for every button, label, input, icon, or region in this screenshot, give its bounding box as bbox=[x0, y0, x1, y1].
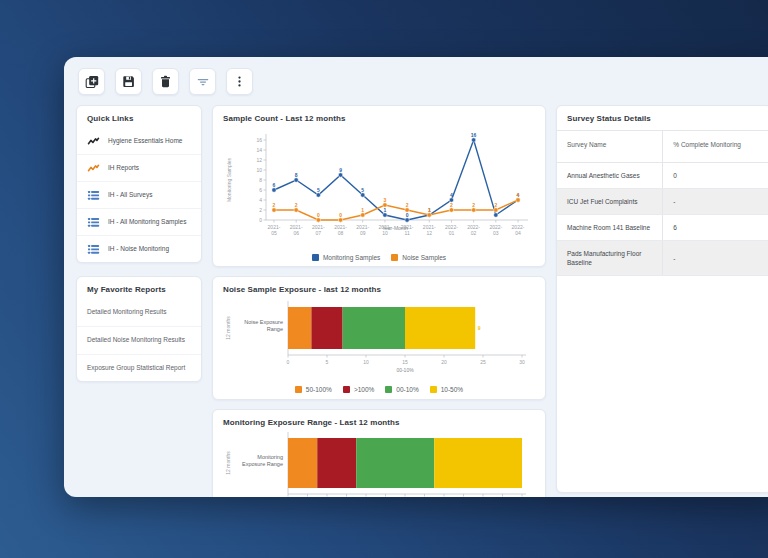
svg-text:16: 16 bbox=[256, 137, 262, 143]
add-icon bbox=[85, 75, 99, 89]
survey-row[interactable]: Pads Manufacturing Floor Baseline- bbox=[557, 241, 768, 276]
monitoring-exposure-panel: Monitoring Exposure Range - Last 12 mont… bbox=[212, 409, 546, 497]
more-button[interactable] bbox=[226, 68, 253, 95]
svg-text:5: 5 bbox=[317, 187, 320, 193]
svg-text:8: 8 bbox=[259, 177, 262, 183]
legend-swatch-icon bbox=[312, 254, 319, 261]
favorite-report-item[interactable]: Exposure Group Statistical Report bbox=[77, 354, 201, 382]
legend-item[interactable]: Monitoring Samples bbox=[312, 254, 380, 261]
favorite-report-label: Detailed Monitoring Results bbox=[87, 308, 166, 315]
survey-column-header: Survey Name bbox=[557, 131, 663, 163]
legend-item[interactable]: 50-100% bbox=[295, 386, 332, 393]
survey-cell: ICU Jet Fuel Complaints bbox=[557, 189, 663, 215]
survey-cell: - bbox=[663, 189, 768, 215]
more-icon bbox=[233, 75, 246, 88]
legend-item[interactable]: >100% bbox=[343, 386, 374, 393]
svg-text:01: 01 bbox=[449, 230, 455, 236]
delete-button[interactable] bbox=[152, 68, 179, 95]
trend-dark-icon bbox=[87, 135, 100, 147]
legend-label: Noise Samples bbox=[402, 254, 446, 261]
svg-text:0: 0 bbox=[287, 359, 290, 365]
add-button[interactable] bbox=[78, 68, 105, 95]
legend-label: 10-50% bbox=[441, 386, 463, 393]
list-icon bbox=[87, 243, 100, 255]
quick-link-item[interactable]: IH - All Monitoring Samples bbox=[77, 208, 201, 235]
noise-exposure-chart[interactable]: 05101520253000-10%Noise ExposureRange12 … bbox=[213, 299, 545, 380]
sample-count-chart[interactable]: 02468101214162021-052021-062021-072021-0… bbox=[213, 128, 545, 254]
svg-text:03: 03 bbox=[493, 230, 499, 236]
axes: 02468101214162021-052021-062021-072021-0… bbox=[226, 134, 528, 236]
save-icon bbox=[122, 75, 135, 88]
svg-text:2: 2 bbox=[295, 202, 298, 208]
trend-orange-icon bbox=[87, 162, 100, 174]
survey-status-table: Survey Name% Complete MonitoringAnnual A… bbox=[557, 130, 768, 276]
svg-text:2: 2 bbox=[406, 202, 409, 208]
noise-exposure-panel: Noise Sample Exposure - last 12 months 0… bbox=[212, 276, 546, 400]
legend-item[interactable]: 10-50% bbox=[430, 386, 463, 393]
svg-text:04: 04 bbox=[515, 230, 521, 236]
bar-chart-svg: 024681012141618202224MonitoringExposure … bbox=[222, 432, 534, 497]
favorite-report-label: Detailed Noise Monitoring Results bbox=[87, 336, 185, 343]
quick-link-item[interactable]: IH - Noise Monitoring bbox=[77, 235, 201, 262]
quick-link-item[interactable]: IH - All Surveys bbox=[77, 181, 201, 208]
quick-links-title: Quick Links bbox=[77, 106, 201, 128]
survey-row[interactable]: Machine Room 141 Baseline6 bbox=[557, 215, 768, 241]
svg-text:5: 5 bbox=[361, 187, 364, 193]
quick-links-panel: Quick Links Hygiene Essentials Home IH R… bbox=[76, 105, 202, 263]
legend-item[interactable]: 00-10% bbox=[385, 386, 418, 393]
bar-chart-svg: 05101520253000-10%Noise ExposureRange12 … bbox=[222, 299, 534, 376]
save-button[interactable] bbox=[115, 68, 142, 95]
survey-column-header: % Complete Monitoring bbox=[663, 131, 768, 163]
legend-swatch-icon bbox=[391, 254, 398, 261]
legend-item[interactable]: Noise Samples bbox=[391, 254, 446, 261]
sample-count-title: Sample Count - Last 12 months bbox=[213, 106, 545, 128]
svg-text:00-10%: 00-10% bbox=[396, 367, 414, 373]
svg-text:0: 0 bbox=[339, 212, 342, 218]
svg-text:05: 05 bbox=[271, 230, 277, 236]
favorite-reports-panel: My Favorite Reports Detailed Monitoring … bbox=[76, 276, 202, 382]
svg-text:2: 2 bbox=[472, 202, 475, 208]
survey-cell: Pads Manufacturing Floor Baseline bbox=[557, 241, 663, 276]
survey-cell: - bbox=[663, 241, 768, 276]
favorite-report-item[interactable]: Detailed Noise Monitoring Results bbox=[77, 326, 201, 354]
survey-row[interactable]: ICU Jet Fuel Complaints- bbox=[557, 189, 768, 215]
svg-text:2: 2 bbox=[450, 202, 453, 208]
favorite-report-item[interactable]: Detailed Monitoring Results bbox=[77, 299, 201, 326]
svg-text:06: 06 bbox=[293, 230, 299, 236]
survey-cell: 0 bbox=[663, 163, 768, 189]
svg-text:Noise Exposure: Noise Exposure bbox=[244, 319, 283, 325]
svg-text:8: 8 bbox=[295, 172, 298, 178]
survey-row[interactable]: Annual Anesthetic Gases0 bbox=[557, 163, 768, 189]
svg-text:08: 08 bbox=[338, 230, 344, 236]
filter-icon bbox=[196, 75, 210, 89]
line-chart-svg: 02468101214162021-052021-062021-072021-0… bbox=[222, 128, 534, 250]
quick-link-label: IH Reports bbox=[108, 164, 139, 173]
legend-label: 50-100% bbox=[306, 386, 332, 393]
filter-button[interactable] bbox=[189, 68, 216, 95]
svg-text:0: 0 bbox=[259, 217, 262, 223]
monitoring-exposure-chart[interactable]: 024681012141618202224MonitoringExposure … bbox=[213, 432, 545, 497]
favorite-reports-list: Detailed Monitoring Results Detailed Noi… bbox=[77, 299, 201, 381]
survey-cell: Machine Room 141 Baseline bbox=[557, 215, 663, 241]
svg-text:2: 2 bbox=[494, 202, 497, 208]
svg-text:5: 5 bbox=[326, 359, 329, 365]
list-icon bbox=[87, 189, 100, 201]
legend-swatch-icon bbox=[430, 386, 437, 393]
quick-link-label: IH - All Surveys bbox=[108, 191, 152, 200]
legend-swatch-icon bbox=[385, 386, 392, 393]
svg-text:12 months: 12 months bbox=[225, 316, 231, 340]
svg-text:15: 15 bbox=[402, 359, 408, 365]
svg-text:Year-Month: Year-Month bbox=[382, 225, 408, 231]
toolbar bbox=[78, 68, 768, 95]
svg-text:09: 09 bbox=[360, 230, 366, 236]
legend-swatch-icon bbox=[343, 386, 350, 393]
quick-link-label: IH - Noise Monitoring bbox=[108, 245, 169, 254]
survey-cell: Annual Anesthetic Gases bbox=[557, 163, 663, 189]
quick-link-item[interactable]: IH Reports bbox=[77, 154, 201, 181]
quick-link-item[interactable]: Hygiene Essentials Home bbox=[77, 128, 201, 154]
svg-text:12: 12 bbox=[426, 230, 432, 236]
svg-text:12 months: 12 months bbox=[225, 451, 231, 475]
svg-text:10: 10 bbox=[363, 359, 369, 365]
svg-text:9: 9 bbox=[339, 167, 342, 173]
survey-status-title: Survey Status Details bbox=[557, 106, 768, 128]
